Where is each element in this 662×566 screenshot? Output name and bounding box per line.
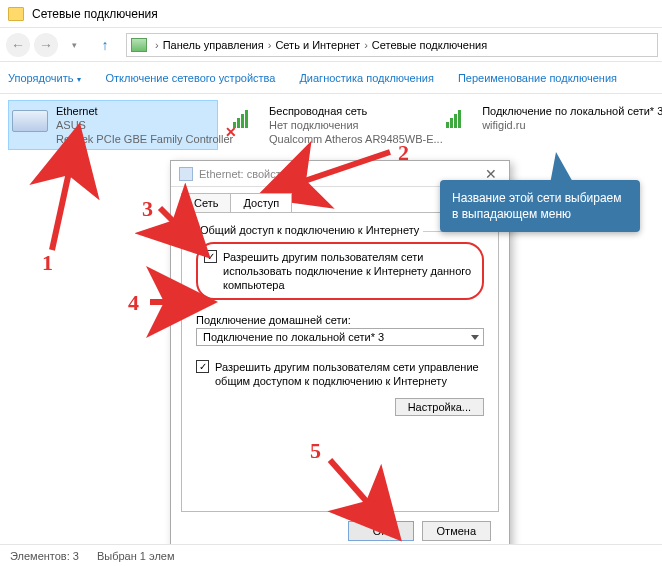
toolbar-organize[interactable]: Упорядочить bbox=[8, 72, 81, 84]
nav-back-button[interactable]: ← bbox=[6, 33, 30, 57]
network-status: ASUS bbox=[56, 118, 233, 132]
callout-tail-icon bbox=[550, 152, 574, 184]
breadcrumb-leaf[interactable]: Сетевые подключения bbox=[372, 39, 487, 51]
chevron-right-icon: › bbox=[155, 39, 159, 51]
dialog-title: Ethernet: свойства bbox=[199, 168, 481, 180]
allow-control-checkbox[interactable] bbox=[196, 360, 209, 373]
allow-sharing-checkbox[interactable] bbox=[204, 250, 217, 263]
allow-control-label: Разрешить другим пользователям сети упра… bbox=[215, 360, 484, 388]
breadcrumb-root[interactable]: Панель управления bbox=[163, 39, 264, 51]
wifi-icon: ✕ bbox=[225, 104, 265, 140]
network-name: Беспроводная сеть bbox=[269, 104, 443, 118]
svg-line-0 bbox=[52, 140, 76, 250]
tab-panel-sharing: Общий доступ к подключению к Интернету Р… bbox=[181, 212, 499, 512]
chevron-right-icon: › bbox=[268, 39, 272, 51]
network-item-ethernet[interactable]: Ethernet ASUS Realtek PCIe GBE Family Co… bbox=[8, 100, 218, 150]
window-title: Сетевые подключения bbox=[32, 7, 158, 21]
status-selected: Выбран 1 элем bbox=[97, 550, 175, 562]
network-adapter: Realtek PCIe GBE Family Controller bbox=[56, 132, 233, 146]
app-folder-icon bbox=[8, 7, 24, 21]
toolbar-rename[interactable]: Переименование подключения bbox=[458, 72, 617, 84]
window-titlebar: Сетевые подключения bbox=[0, 0, 662, 28]
network-adapter: Qualcomm Atheros AR9485WB-E... bbox=[269, 132, 443, 146]
nav-forward-button[interactable]: → bbox=[34, 33, 58, 57]
breadcrumb[interactable]: › Панель управления › Сеть и Интернет › … bbox=[126, 33, 658, 57]
status-bar: Элементов: 3 Выбран 1 элем bbox=[0, 544, 662, 566]
annotation-1: 1 bbox=[42, 250, 53, 276]
ok-button[interactable]: OK bbox=[348, 521, 414, 541]
ethernet-icon bbox=[12, 104, 52, 140]
network-status: Нет подключения bbox=[269, 118, 443, 132]
hint-callout: Название этой сети выбираем в выпадающем… bbox=[440, 180, 640, 232]
network-list: Ethernet ASUS Realtek PCIe GBE Family Co… bbox=[0, 94, 662, 150]
network-status: wifigid.ru bbox=[482, 118, 662, 132]
nav-bar: ← → ▾ ↑ › Панель управления › Сеть и Инт… bbox=[0, 28, 662, 62]
nav-history-button[interactable]: ▾ bbox=[62, 33, 86, 57]
wifi-icon bbox=[438, 104, 478, 140]
toolbar-diagnose[interactable]: Диагностика подключения bbox=[299, 72, 433, 84]
nav-up-button[interactable]: ↑ bbox=[94, 34, 116, 56]
toolbar: Упорядочить Отключение сетевого устройст… bbox=[0, 62, 662, 94]
home-network-value: Подключение по локальной сети* 3 bbox=[203, 331, 384, 343]
network-item-lan3[interactable]: Подключение по локальной сети* 3 wifigid… bbox=[434, 100, 624, 144]
tab-sharing[interactable]: Доступ bbox=[230, 193, 292, 212]
allow-sharing-label: Разрешить другим пользователям сети испо… bbox=[223, 250, 476, 292]
chevron-right-icon: › bbox=[364, 39, 368, 51]
ics-group-label: Общий доступ к подключению к Интернету bbox=[196, 224, 423, 236]
dialog-title-icon bbox=[179, 167, 193, 181]
settings-button[interactable]: Настройка... bbox=[395, 398, 484, 416]
cancel-button[interactable]: Отмена bbox=[422, 521, 491, 541]
highlight-circle: Разрешить другим пользователям сети испо… bbox=[196, 242, 484, 300]
annotation-3: 3 bbox=[142, 196, 153, 222]
annotation-5: 5 bbox=[310, 438, 321, 464]
status-count: Элементов: 3 bbox=[10, 550, 79, 562]
breadcrumb-mid[interactable]: Сеть и Интернет bbox=[275, 39, 360, 51]
home-network-dropdown[interactable]: Подключение по локальной сети* 3 bbox=[196, 328, 484, 346]
tab-network[interactable]: Сеть bbox=[181, 193, 231, 212]
disabled-x-icon: ✕ bbox=[225, 124, 237, 140]
home-network-label: Подключение домашней сети: bbox=[196, 314, 484, 326]
toolbar-disable[interactable]: Отключение сетевого устройства bbox=[105, 72, 275, 84]
network-name: Подключение по локальной сети* 3 bbox=[482, 104, 662, 118]
breadcrumb-icon bbox=[131, 38, 147, 52]
annotation-4: 4 bbox=[128, 290, 139, 316]
network-name: Ethernet bbox=[56, 104, 233, 118]
annotation-2: 2 bbox=[398, 140, 409, 166]
callout-text: Название этой сети выбираем в выпадающем… bbox=[452, 191, 622, 221]
